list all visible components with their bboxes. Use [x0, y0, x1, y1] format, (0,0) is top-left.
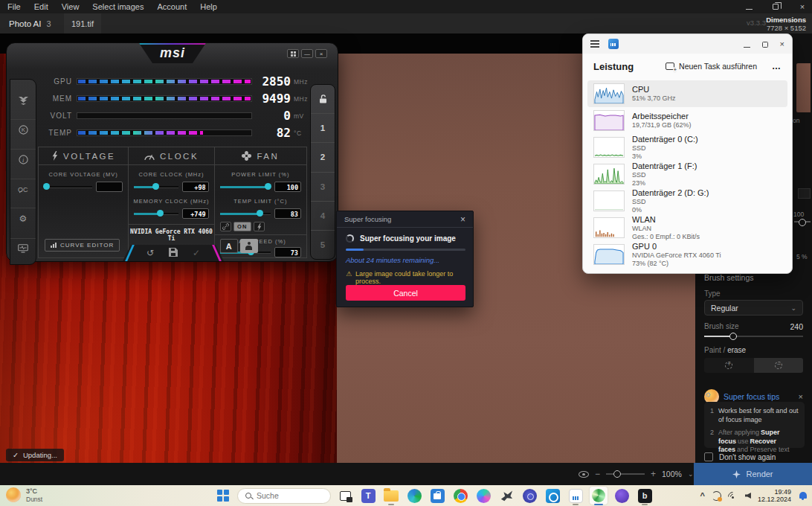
list-item-memory[interactable]: Arbeitsspeicher 19,7/31,9 GB (62%): [587, 107, 787, 134]
list-item-disk0[interactable]: Datenträger 0 (C:) SSD 3%: [587, 134, 787, 161]
cancel-button[interactable]: Cancel: [346, 285, 465, 301]
taskbar-search[interactable]: [237, 488, 331, 504]
sync-update-icon[interactable]: [712, 491, 721, 501]
notification-bell-icon[interactable]: [798, 491, 808, 501]
weather-sun-icon: [6, 487, 21, 502]
list-item-cpu[interactable]: CPU 51% 3,70 GHz: [587, 80, 787, 107]
profile-3-button[interactable]: 3: [311, 172, 335, 201]
zoom-out-icon[interactable]: −: [595, 469, 600, 479]
kombustor-icon[interactable]: K: [10, 119, 36, 135]
msi-dragon-icon[interactable]: [10, 92, 36, 105]
save-icon[interactable]: [169, 248, 178, 259]
profile-1-button[interactable]: 1: [311, 113, 335, 142]
hamburger-menu-icon[interactable]: [590, 40, 599, 47]
erase-button[interactable]: [754, 358, 804, 373]
core-clock-slider[interactable]: [134, 186, 178, 188]
settings-gear-icon[interactable]: ⚙: [10, 208, 36, 224]
new-task-button[interactable]: Neuen Task ausführen: [660, 59, 763, 74]
zoom-in-icon[interactable]: +: [651, 469, 656, 479]
slider-knob[interactable]: [43, 183, 50, 190]
list-item-gpu[interactable]: GPU 0 NVIDIA GeForce RTX 4060 Ti 73% (82…: [587, 241, 787, 268]
slider-knob[interactable]: [152, 183, 159, 190]
edge-app-button[interactable]: [405, 487, 423, 505]
oc-scanner-icon[interactable]: OC: [10, 179, 36, 193]
render-button[interactable]: Render: [694, 463, 812, 485]
b-app-button[interactable]: b: [636, 487, 654, 505]
dont-show-checkbox[interactable]: [704, 452, 713, 461]
paint-button[interactable]: [704, 358, 754, 373]
zoom-level[interactable]: 100%: [662, 470, 682, 478]
dialog-close-icon[interactable]: ×: [460, 214, 465, 225]
task-manager-app-button[interactable]: [567, 487, 584, 505]
tray-chevron-icon[interactable]: ^: [700, 491, 705, 500]
taskbar-clock[interactable]: 19:49 12.12.2024: [758, 488, 791, 504]
list-item-disk2[interactable]: Datenträger 2 (D: G:) SSD 0%: [587, 188, 787, 214]
weather-widget[interactable]: 3°C Dunst: [6, 487, 42, 503]
msi-detach-icon[interactable]: [287, 49, 299, 58]
bird-app-button[interactable]: [497, 487, 515, 505]
menu-edit[interactable]: Edit: [34, 2, 48, 11]
core-voltage-slider[interactable]: [44, 186, 92, 188]
outlook-app-button[interactable]: [544, 487, 561, 505]
info-icon[interactable]: i: [10, 149, 36, 164]
temp-limit-slider[interactable]: [220, 213, 271, 215]
zoom-slider[interactable]: [606, 473, 645, 475]
search-input[interactable]: [257, 491, 316, 500]
purple-app-button[interactable]: [613, 487, 631, 505]
slider-knob[interactable]: [265, 183, 271, 190]
slider-knob[interactable]: [257, 210, 263, 217]
explorer-app-button[interactable]: [382, 487, 400, 505]
tm-maximize-icon[interactable]: [762, 37, 768, 51]
minimize-icon[interactable]: [744, 2, 754, 11]
menu-select-images[interactable]: Select images: [92, 2, 144, 11]
power-limit-slider[interactable]: [220, 186, 271, 188]
slider-knob[interactable]: [157, 210, 164, 217]
menu-account[interactable]: Account: [157, 2, 187, 11]
tips-close-icon[interactable]: ×: [799, 392, 803, 401]
tm-minimize-icon[interactable]: [744, 37, 750, 51]
active-app-button[interactable]: [590, 487, 608, 505]
password-app-button[interactable]: [521, 487, 538, 505]
profile-5-button[interactable]: 5: [311, 230, 335, 259]
menu-help[interactable]: Help: [200, 2, 217, 11]
profile-4-button[interactable]: 4: [311, 201, 335, 230]
more-options-icon[interactable]: …: [772, 61, 782, 71]
volume-icon[interactable]: [745, 493, 751, 499]
msi-minimize-icon[interactable]: —: [301, 49, 313, 58]
brush-size-slider[interactable]: [704, 336, 803, 337]
copilot-app-button[interactable]: [474, 487, 492, 505]
slider-knob[interactable]: [729, 333, 737, 340]
link-limits-icon[interactable]: [220, 222, 231, 231]
fan-user-button[interactable]: [240, 239, 258, 253]
msi-close-icon[interactable]: ×: [315, 49, 327, 58]
restore-icon[interactable]: [770, 2, 781, 11]
chrome-app-button[interactable]: [451, 487, 469, 505]
menu-view[interactable]: View: [62, 2, 80, 11]
teams-app-button[interactable]: T: [359, 487, 377, 505]
curve-editor-button[interactable]: CURVE EDITOR: [45, 239, 120, 252]
brush-type-select[interactable]: Regular ⌄: [704, 300, 803, 316]
store-app-button[interactable]: [428, 487, 446, 505]
profiles-lock-icon[interactable]: [311, 85, 335, 113]
reset-icon[interactable]: ↺: [146, 248, 154, 258]
tab-file[interactable]: 191.tif: [64, 13, 101, 33]
apply-check-icon[interactable]: ✓: [193, 248, 200, 258]
boost-bolt-icon[interactable]: [254, 222, 265, 231]
hw-monitor-icon[interactable]: [10, 238, 36, 253]
task-view-button[interactable]: [336, 487, 354, 505]
close-icon[interactable]: ×: [797, 2, 808, 11]
limits-on-toggle[interactable]: ON: [233, 222, 251, 231]
preview-eye-icon[interactable]: [579, 471, 589, 478]
menu-file[interactable]: File: [7, 2, 21, 11]
memory-clock-slider[interactable]: [134, 213, 178, 215]
start-button[interactable]: [214, 487, 232, 505]
wifi-icon[interactable]: [728, 492, 738, 499]
zoom-slider-knob[interactable]: [613, 470, 621, 478]
profile-2-button[interactable]: 2: [311, 142, 335, 171]
tab-photo-ai[interactable]: Photo AI 3: [9, 13, 51, 33]
list-item-wlan[interactable]: WLAN WLAN Ges.: 0 Empf.: 0 KBit/s: [587, 214, 787, 241]
fan-auto-button[interactable]: A: [220, 239, 238, 253]
list-item-disk1[interactable]: Datenträger 1 (F:) SSD 23%: [587, 161, 787, 188]
tm-close-icon[interactable]: ×: [780, 39, 784, 48]
zoom-chevron-icon[interactable]: ⌄: [688, 470, 694, 478]
